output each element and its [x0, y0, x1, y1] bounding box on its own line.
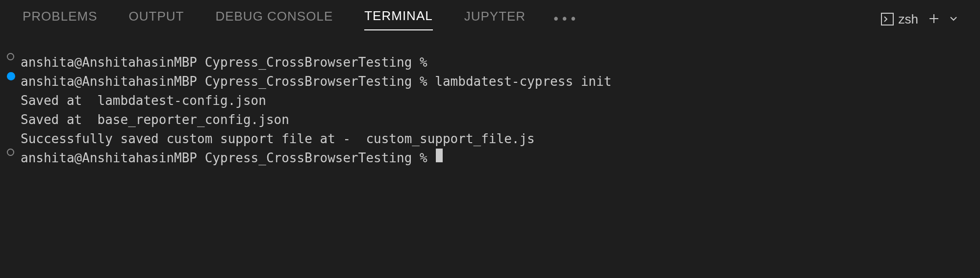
line-marker-icon	[5, 72, 21, 80]
panel-tab-bar: PROBLEMS OUTPUT DEBUG CONSOLE TERMINAL J…	[0, 0, 980, 31]
terminal-actions: zsh	[881, 11, 957, 28]
terminal-line: Saved at lambdatest-config.json	[5, 91, 975, 110]
terminal-text: anshita@AnshitahasinMBP Cypress_CrossBro…	[21, 72, 611, 91]
shell-selector[interactable]: zsh	[881, 12, 918, 27]
tab-output[interactable]: OUTPUT	[129, 9, 184, 30]
tab-jupyter[interactable]: JUPYTER	[464, 9, 526, 30]
new-terminal-icon[interactable]	[928, 11, 940, 28]
tab-problems[interactable]: PROBLEMS	[23, 9, 98, 30]
terminal-text: anshita@AnshitahasinMBP Cypress_CrossBro…	[21, 53, 427, 72]
overflow-menu-icon[interactable]: •••	[552, 12, 578, 26]
line-marker-icon	[5, 53, 21, 60]
terminal-line: anshita@AnshitahasinMBP Cypress_CrossBro…	[5, 72, 975, 91]
terminal-line: Successfully saved custom support file a…	[5, 129, 975, 149]
tab-terminal[interactable]: TERMINAL	[364, 8, 432, 30]
shell-label: zsh	[899, 12, 918, 27]
terminal-text: Saved at lambdatest-config.json	[21, 91, 266, 110]
terminal-line: anshita@AnshitahasinMBP Cypress_CrossBro…	[5, 53, 975, 72]
chevron-down-icon[interactable]	[950, 14, 957, 25]
line-marker-icon	[5, 149, 21, 156]
terminal-icon	[881, 13, 894, 25]
terminal-line: Saved at base_reporter_config.json	[5, 110, 975, 129]
terminal-text: anshita@AnshitahasinMBP Cypress_CrossBro…	[21, 149, 435, 168]
terminal-text: Saved at base_reporter_config.json	[21, 110, 289, 129]
terminal-output[interactable]: anshita@AnshitahasinMBP Cypress_CrossBro…	[0, 31, 980, 173]
terminal-text: Successfully saved custom support file a…	[21, 129, 535, 149]
cursor	[436, 149, 443, 162]
terminal-line: anshita@AnshitahasinMBP Cypress_CrossBro…	[5, 149, 975, 168]
tab-debug-console[interactable]: DEBUG CONSOLE	[215, 9, 333, 30]
